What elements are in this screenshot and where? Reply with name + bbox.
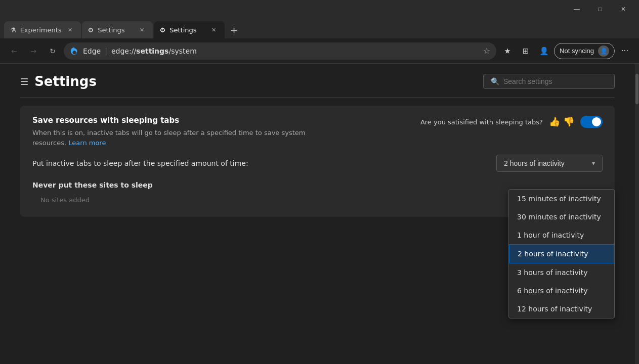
experiments-icon: ⚗	[10, 26, 16, 34]
search-icon: 🔍	[491, 77, 499, 85]
feedback-question: Are you satisified with sleeping tabs?	[420, 118, 543, 126]
close-button[interactable]: ✕	[612, 0, 635, 18]
search-settings-input[interactable]	[503, 77, 607, 85]
tabs-bar: ⚗ Experiments ✕ ⚙ Settings ✕ ⚙ Settings …	[0, 18, 639, 38]
sleep-time-label: Put inactive tabs to sleep after the spe…	[32, 159, 248, 167]
browser-brand: Edge	[83, 47, 101, 55]
option-12hr[interactable]: 12 hours of inactivity	[509, 300, 614, 318]
tab-experiments[interactable]: ⚗ Experiments ✕	[4, 21, 81, 38]
url-path: settings	[136, 47, 168, 55]
tab-settings2-label: Settings	[169, 26, 205, 34]
edge-logo-icon	[70, 47, 79, 56]
page-header-left: ☰ Settings	[20, 74, 97, 89]
settings2-icon: ⚙	[160, 26, 166, 34]
card-header-row: Save resources with sleeping tabs When t…	[32, 116, 603, 148]
settings1-icon: ⚙	[88, 26, 94, 34]
back-button[interactable]: ←	[6, 43, 22, 59]
chevron-down-icon: ▾	[592, 160, 595, 167]
collections-button[interactable]: ⊞	[518, 43, 534, 59]
sleeping-tabs-title: Save resources with sleeping tabs	[32, 116, 336, 125]
sleeping-tabs-description: When this is on, inactive tabs will go t…	[32, 128, 336, 148]
url-rest: /system	[168, 47, 196, 55]
toolbar-right: ★ ⊞ 👤 Not syncing 👤 ···	[499, 43, 633, 59]
tab-settings-1[interactable]: ⚙ Settings ✕	[82, 21, 153, 38]
sync-label: Not syncing	[560, 47, 594, 55]
feedback-icons: 👍 👎	[549, 116, 574, 127]
sleep-time-row: Put inactive tabs to sleep after the spe…	[32, 148, 603, 174]
sleep-time-dropdown[interactable]: 2 hours of inactivity ▾	[496, 155, 603, 172]
maximize-button[interactable]: □	[588, 0, 612, 18]
forward-button[interactable]: →	[25, 43, 41, 59]
titlebar: — □ ✕	[0, 0, 639, 18]
learn-more-link[interactable]: Learn more	[68, 139, 106, 147]
tab-experiments-label: Experiments	[20, 26, 62, 34]
page-header: ☰ Settings 🔍	[20, 64, 615, 98]
scrollbar-track[interactable]	[635, 64, 639, 364]
window-controls: — □ ✕	[565, 0, 635, 18]
favorites-star-icon[interactable]: ☆	[483, 46, 490, 56]
card-left: Save resources with sleeping tabs When t…	[32, 116, 336, 148]
settings-main: ☰ Settings 🔍 Save resources with sleepin…	[0, 64, 635, 364]
option-15min[interactable]: 15 minutes of inactivity	[509, 190, 614, 208]
url-separator: |	[105, 47, 107, 55]
toggle-knob	[592, 117, 601, 126]
option-3hr[interactable]: 3 hours of inactivity	[509, 263, 614, 282]
thumbs-down-button[interactable]: 👎	[563, 116, 574, 127]
sleeping-tabs-toggle[interactable]	[580, 116, 603, 128]
sleep-time-menu: 15 minutes of inactivity 30 minutes of i…	[508, 189, 615, 318]
option-6hr[interactable]: 6 hours of inactivity	[509, 282, 614, 300]
thumbs-up-button[interactable]: 👍	[549, 116, 560, 127]
minimize-button[interactable]: —	[565, 0, 588, 18]
scrollbar-thumb[interactable]	[635, 74, 638, 104]
sidebar-toggle-icon[interactable]: ☰	[20, 76, 28, 87]
option-1hr[interactable]: 1 hour of inactivity	[509, 226, 614, 244]
search-settings-box[interactable]: 🔍	[483, 74, 615, 89]
tab-settings1-close[interactable]: ✕	[138, 25, 147, 34]
sleep-time-selected: 2 hours of inactivity	[504, 159, 565, 167]
page-title: Settings	[34, 74, 97, 89]
profile-button[interactable]: 👤	[536, 43, 552, 59]
new-tab-button[interactable]: +	[226, 21, 243, 38]
refresh-button[interactable]: ↻	[45, 43, 61, 59]
favorites-button[interactable]: ★	[499, 43, 516, 59]
url-scheme: edge://	[111, 47, 136, 55]
more-button[interactable]: ···	[617, 43, 633, 59]
tab-experiments-close[interactable]: ✕	[66, 25, 75, 34]
url-display: edge://settings/system	[111, 47, 479, 55]
tab-settings2-close[interactable]: ✕	[209, 25, 219, 34]
card-right: Are you satisified with sleeping tabs? 👍…	[420, 116, 603, 128]
tab-settings-2[interactable]: ⚙ Settings ✕	[154, 21, 225, 38]
toolbar: ← → ↻ Edge | edge://settings/system ☆ ★ …	[0, 38, 639, 64]
tab-settings1-label: Settings	[98, 26, 133, 34]
never-sleep-title: Never put these sites to sleep	[32, 181, 603, 189]
option-30min[interactable]: 30 minutes of inactivity	[509, 208, 614, 226]
sync-button[interactable]: Not syncing 👤	[554, 43, 615, 59]
settings-page: ☰ Settings 🔍 Save resources with sleepin…	[0, 64, 639, 364]
address-bar[interactable]: Edge | edge://settings/system ☆	[64, 42, 496, 60]
option-2hr[interactable]: 2 hours of inactivity	[509, 244, 614, 263]
avatar: 👤	[598, 46, 609, 57]
